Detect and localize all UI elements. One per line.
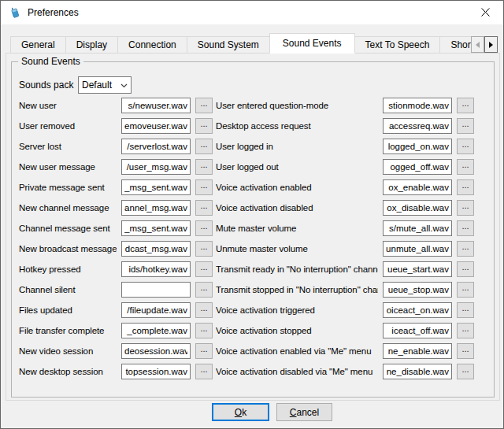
sound-event-label: Desktop access request [216, 121, 378, 131]
browse-button-new-user-message[interactable]: ... [195, 159, 213, 175]
ok-button[interactable]: Ok [212, 403, 269, 421]
sound-event-input-channel-silent[interactable] [121, 282, 191, 298]
cancel-button[interactable]: Cancel [276, 403, 332, 421]
sound-event-row-user-logged-out: User logged out... [216, 157, 474, 177]
tab-display[interactable]: Display [65, 36, 118, 54]
sound-event-label: New user message [19, 162, 117, 172]
sound-event-row-voice-activation-triggered: Voice activation triggered... [216, 300, 474, 320]
sound-event-label: User removed [19, 121, 117, 131]
sound-event-input-transmit-ready-in-no-interruption-channel[interactable] [383, 261, 452, 277]
browse-button-user-logged-out[interactable]: ... [457, 159, 474, 175]
close-button[interactable] [468, 1, 503, 24]
sound-event-input-unmute-master-volume[interactable] [383, 241, 452, 257]
sound-event-input-voice-activation-disabled[interactable] [383, 200, 452, 216]
tab-connection[interactable]: Connection [117, 36, 187, 54]
browse-button-voice-activation-disabled-via-me-menu[interactable]: ... [457, 364, 474, 379]
browse-button-user-removed[interactable]: ... [195, 118, 213, 134]
tab-scroll-left-button[interactable] [471, 36, 484, 53]
sound-event-row-new-user: New user... [19, 95, 213, 116]
browse-button-server-lost[interactable]: ... [195, 139, 213, 154]
sound-event-label: Channel silent [19, 285, 117, 294]
sound-event-input-new-channel-message[interactable] [121, 200, 191, 216]
sound-event-input-new-user[interactable] [121, 98, 191, 113]
sound-event-input-voice-activation-triggered[interactable] [383, 302, 452, 318]
browse-button-voice-activation-enabled-via-me-menu[interactable]: ... [457, 343, 474, 359]
sound-event-input-new-broadcast-message[interactable] [121, 241, 191, 257]
sound-event-row-voice-activation-stopped: Voice activation stopped... [216, 320, 474, 341]
sound-event-input-user-removed[interactable] [121, 118, 191, 134]
browse-button-channel-message-sent[interactable]: ... [195, 220, 213, 236]
chevron-left-icon [476, 42, 480, 48]
browse-button-unmute-master-volume[interactable]: ... [457, 241, 474, 257]
browse-button-private-message-sent[interactable]: ... [195, 179, 213, 195]
sound-event-input-voice-activation-disabled-via-me-menu[interactable] [383, 364, 452, 379]
sound-event-input-new-user-message[interactable] [121, 159, 191, 175]
browse-button-desktop-access-request[interactable]: ... [457, 118, 474, 134]
sound-event-input-hotkey-pressed[interactable] [121, 261, 191, 277]
browse-button-user-logged-in[interactable]: ... [457, 139, 474, 154]
browse-button-voice-activation-triggered[interactable]: ... [457, 302, 474, 318]
sound-event-input-user-logged-in[interactable] [383, 139, 452, 154]
sound-event-input-voice-activation-enabled-via-me-menu[interactable] [383, 343, 452, 359]
tab-text-to-speech[interactable]: Text To Speech [354, 36, 441, 54]
sound-event-label: Voice activation stopped [216, 326, 378, 335]
sound-event-input-user-logged-out[interactable] [383, 159, 452, 175]
sound-event-input-voice-activation-enabled[interactable] [383, 179, 452, 195]
browse-button-transmit-stopped-in-no-interruption-channel[interactable]: ... [457, 282, 474, 298]
browse-button-voice-activation-enabled[interactable]: ... [457, 179, 474, 195]
sound-event-row-transmit-ready-in-no-interruption-channel: Transmit ready in "No interruption" chan… [216, 259, 474, 279]
sound-event-input-transmit-stopped-in-no-interruption-channel[interactable] [383, 282, 452, 298]
tab-general[interactable]: General [10, 36, 66, 54]
sound-events-column-right: User entered question-mode...Desktop acc… [216, 95, 474, 382]
browse-button-files-updated[interactable]: ... [195, 302, 213, 318]
tab-sound-system[interactable]: Sound System [187, 36, 270, 54]
browse-button-file-transfer-complete[interactable]: ... [195, 323, 213, 338]
sound-event-label: Unmute master volume [216, 244, 378, 253]
browse-button-mute-master-volume[interactable]: ... [457, 220, 474, 236]
sound-event-row-voice-activation-disabled: Voice activation disabled... [216, 198, 474, 218]
sound-event-input-desktop-access-request[interactable] [383, 118, 452, 134]
sound-event-input-new-desktop-session[interactable] [121, 364, 191, 379]
sound-event-input-new-video-session[interactable] [121, 343, 191, 359]
sound-event-input-user-entered-question-mode[interactable] [383, 98, 452, 113]
sounds-pack-select[interactable]: Default [78, 76, 132, 94]
sound-event-label: New video session [19, 346, 117, 356]
sound-event-row-voice-activation-enabled: Voice activation enabled... [216, 177, 474, 198]
sounds-pack-row: Sounds pack Default [19, 76, 132, 94]
sound-event-input-file-transfer-complete[interactable] [121, 323, 191, 338]
sound-event-label: Private message sent [19, 183, 117, 192]
browse-button-new-desktop-session[interactable]: ... [195, 364, 213, 379]
browse-button-voice-activation-disabled[interactable]: ... [457, 200, 474, 216]
browse-button-voice-activation-stopped[interactable]: ... [457, 323, 474, 338]
chevron-down-icon [120, 80, 128, 91]
sound-event-input-voice-activation-stopped[interactable] [383, 323, 452, 338]
browse-button-hotkey-pressed[interactable]: ... [195, 261, 213, 277]
sound-event-input-server-lost[interactable] [121, 139, 191, 154]
browse-button-new-channel-message[interactable]: ... [195, 200, 213, 216]
browse-button-new-broadcast-message[interactable]: ... [195, 241, 213, 257]
footer: Ok Cancel [1, 403, 503, 422]
sound-event-label: Mute master volume [216, 224, 378, 233]
browse-button-new-video-session[interactable]: ... [195, 343, 213, 359]
tab-sound-events[interactable]: Sound Events [269, 33, 355, 54]
sound-event-row-new-channel-message: New channel message... [19, 198, 213, 218]
browse-button-channel-silent[interactable]: ... [195, 282, 213, 298]
sound-event-label: Files updated [19, 305, 117, 315]
tab-scroll-right-button[interactable] [484, 36, 498, 53]
sound-event-label: Channel message sent [19, 224, 117, 233]
sound-event-input-channel-message-sent[interactable] [121, 220, 191, 236]
browse-button-user-entered-question-mode[interactable]: ... [457, 98, 474, 113]
sound-event-row-voice-activation-disabled-via-me-menu: Voice activation disabled via "Me" menu.… [216, 361, 474, 382]
sound-event-row-file-transfer-complete: File transfer complete... [19, 320, 213, 341]
sound-event-row-new-user-message: New user message... [19, 157, 213, 177]
sound-event-row-user-entered-question-mode: User entered question-mode... [216, 95, 474, 116]
browse-button-transmit-ready-in-no-interruption-channel[interactable]: ... [457, 261, 474, 277]
sound-event-row-transmit-stopped-in-no-interruption-channel: Transmit stopped in "No interruption" ch… [216, 279, 474, 300]
sound-event-row-unmute-master-volume: Unmute master volume... [216, 239, 474, 259]
sound-event-input-private-message-sent[interactable] [121, 179, 191, 195]
sound-event-input-files-updated[interactable] [121, 302, 191, 318]
browse-button-new-user[interactable]: ... [195, 98, 213, 113]
sound-event-input-mute-master-volume[interactable] [383, 220, 452, 236]
sounds-pack-label: Sounds pack [19, 80, 78, 91]
sound-event-row-mute-master-volume: Mute master volume... [216, 218, 474, 239]
